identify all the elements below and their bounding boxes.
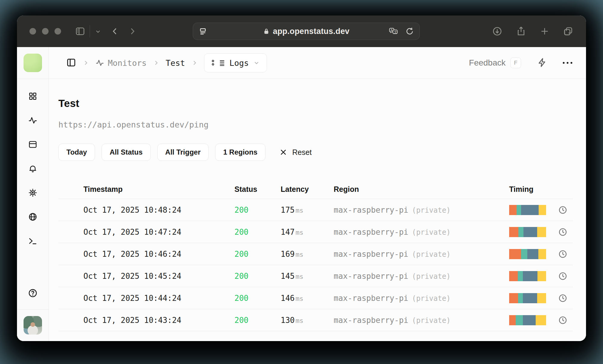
sidebar-panel-icon xyxy=(75,26,86,37)
clock-icon[interactable] xyxy=(558,249,568,259)
page-title: Test xyxy=(58,97,573,109)
timing-segment xyxy=(521,205,539,215)
table-row[interactable]: Oct 17, 2025 10:48:24 200 175ms max-rasp… xyxy=(58,199,573,221)
close-window-button[interactable] xyxy=(29,28,36,35)
timing-segment xyxy=(509,227,518,237)
view-select-logs[interactable]: Logs xyxy=(204,53,267,72)
timing-segment xyxy=(517,205,521,215)
timing-bar xyxy=(509,293,546,303)
new-tab-button[interactable] xyxy=(540,26,550,36)
translate-button[interactable]: A文 xyxy=(388,27,399,36)
clock-icon[interactable] xyxy=(558,227,568,237)
filter-date-button[interactable]: Today xyxy=(58,144,95,161)
chevron-left-icon xyxy=(110,27,120,36)
minimize-window-button[interactable] xyxy=(42,28,49,35)
list-lines-icon xyxy=(216,58,225,67)
back-button[interactable] xyxy=(110,27,120,36)
sidebar-chevron-button[interactable] xyxy=(95,28,101,35)
sidebar-item-notifications[interactable] xyxy=(28,164,38,174)
user-avatar[interactable] xyxy=(24,316,42,335)
chevron-right-icon xyxy=(82,59,89,66)
download-icon xyxy=(492,26,503,37)
chevron-down-icon xyxy=(253,59,260,66)
activity-icon xyxy=(28,116,38,126)
window-controls xyxy=(29,28,61,35)
svg-text:文: 文 xyxy=(394,30,397,34)
log-status-code: 200 xyxy=(234,206,281,214)
timing-segment xyxy=(509,249,521,259)
timing-segment xyxy=(523,227,537,237)
tabs-icon xyxy=(563,26,574,37)
translate-icon: A文 xyxy=(388,27,399,36)
workspace-logo[interactable] xyxy=(24,54,42,72)
sidebar-item-status-pages[interactable] xyxy=(28,140,38,150)
filter-status-button[interactable]: All Status xyxy=(102,144,151,161)
table-row[interactable]: Oct 17, 2025 10:44:24 200 146ms max-rasp… xyxy=(58,287,573,309)
share-button[interactable] xyxy=(516,26,526,37)
timing-segment xyxy=(516,315,523,325)
toolbar-divider xyxy=(90,25,90,38)
more-options-button[interactable] xyxy=(563,62,572,64)
table-row[interactable]: Oct 17, 2025 10:47:24 200 147ms max-rasp… xyxy=(58,221,573,243)
column-header-region[interactable]: Region xyxy=(334,185,509,194)
log-timestamp: Oct 17, 2025 10:45:24 xyxy=(83,272,234,281)
clock-icon[interactable] xyxy=(558,205,568,215)
sidebar-toggle-button[interactable] xyxy=(66,57,76,69)
timing-segment xyxy=(536,315,546,325)
breadcrumb-bar: Monitors Test xyxy=(49,47,586,79)
table-row[interactable]: Oct 17, 2025 10:45:24 200 145ms max-rasp… xyxy=(58,265,573,287)
chevron-right-icon xyxy=(191,59,198,66)
timing-segment xyxy=(537,293,546,303)
column-header-status[interactable]: Status xyxy=(234,185,281,194)
ellipsis-icon xyxy=(563,62,572,64)
clock-icon[interactable] xyxy=(558,271,568,281)
quick-actions-button[interactable] xyxy=(537,57,547,69)
clock-icon[interactable] xyxy=(558,293,568,303)
browser-toolbar: app.openstatus.dev A文 xyxy=(17,15,586,47)
log-timestamp: Oct 17, 2025 10:44:24 xyxy=(83,294,234,303)
lock-icon xyxy=(263,28,270,35)
chevron-right-icon xyxy=(153,59,160,66)
filter-regions-button[interactable]: 1 Regions xyxy=(215,144,265,161)
panel-icon xyxy=(28,140,38,150)
downloads-button[interactable] xyxy=(492,26,503,37)
help-button[interactable] xyxy=(28,288,38,299)
sidebar-item-settings[interactable] xyxy=(28,188,38,198)
breadcrumb-monitors[interactable]: Monitors xyxy=(95,58,147,68)
address-bar[interactable]: app.openstatus.dev A文 xyxy=(193,23,420,40)
sidebar-item-cli[interactable] xyxy=(28,236,38,247)
bell-icon xyxy=(28,164,38,174)
log-timestamp: Oct 17, 2025 10:47:24 xyxy=(83,228,234,237)
table-row[interactable]: Oct 17, 2025 10:46:24 200 169ms max-rasp… xyxy=(58,243,573,265)
filter-trigger-button[interactable]: All Trigger xyxy=(157,144,209,161)
feedback-button[interactable]: Feedback F xyxy=(469,57,521,68)
forward-button[interactable] xyxy=(128,27,137,36)
column-header-timestamp[interactable]: Timestamp xyxy=(83,185,234,194)
grid-icon xyxy=(28,91,38,102)
chevron-down-icon xyxy=(95,28,101,35)
timing-segment xyxy=(523,315,536,325)
sidebar-item-monitors[interactable] xyxy=(28,116,38,126)
breadcrumb-monitor-name[interactable]: Test xyxy=(166,58,185,68)
timing-segment xyxy=(538,249,546,259)
clock-icon[interactable] xyxy=(558,315,568,325)
column-header-latency[interactable]: Latency xyxy=(281,185,334,194)
timing-segment xyxy=(537,227,546,237)
reload-button[interactable] xyxy=(405,27,414,36)
log-latency: 145ms xyxy=(281,272,334,281)
table-header-row: Timestamp Status Latency Region Timing xyxy=(58,180,573,199)
table-row[interactable]: Oct 17, 2025 10:43:24 200 130ms max-rasp… xyxy=(58,309,573,331)
zoom-window-button[interactable] xyxy=(55,28,61,35)
timing-segment xyxy=(509,293,518,303)
tab-overview-button[interactable] xyxy=(563,26,574,37)
help-circle-icon xyxy=(28,288,38,299)
timing-segment xyxy=(509,205,517,215)
log-status-code: 200 xyxy=(234,316,281,325)
sidebar-item-domains[interactable] xyxy=(28,212,38,223)
column-header-timing[interactable]: Timing xyxy=(509,185,573,194)
reset-filters-button[interactable]: Reset xyxy=(279,148,312,157)
logs-table: Timestamp Status Latency Region Timing O… xyxy=(58,180,573,331)
sidebar-item-dashboard[interactable] xyxy=(28,91,38,102)
log-latency: 130ms xyxy=(281,316,334,325)
safari-sidebar-button[interactable] xyxy=(75,26,86,37)
